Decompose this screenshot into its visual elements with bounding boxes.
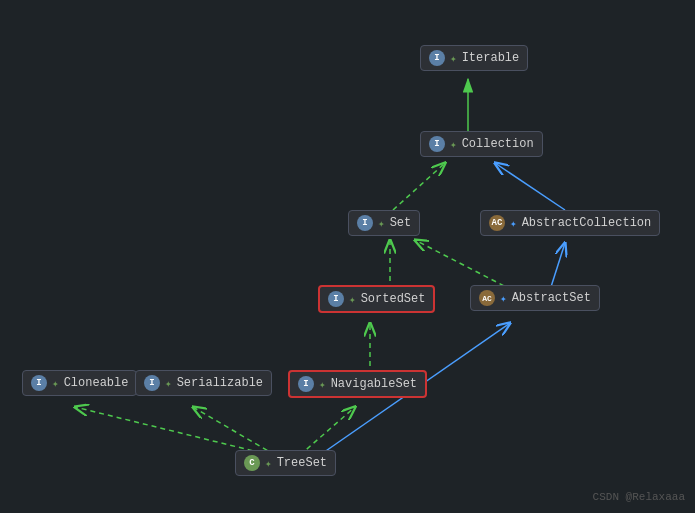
node-cloneable: I ✦ Cloneable [22, 370, 137, 396]
svg-line-10 [193, 407, 275, 455]
svg-line-6 [550, 243, 565, 290]
label-cloneable: Cloneable [64, 376, 129, 390]
svg-line-11 [300, 407, 355, 455]
label-serializable: Serializable [177, 376, 263, 390]
label-iterable: Iterable [462, 51, 520, 65]
icon-class-treeset: C [244, 455, 260, 471]
label-collection: Collection [462, 137, 534, 151]
node-serializable: I ✦ Serializable [135, 370, 272, 396]
icon-interface-navigableset: I [298, 376, 314, 392]
node-sortedset: I ✦ SortedSet [318, 285, 435, 313]
node-abstractset: AC ✦ AbstractSet [470, 285, 600, 311]
svg-line-4 [495, 163, 565, 210]
arrows-svg [0, 0, 695, 513]
icon-interface-sortedset: I [328, 291, 344, 307]
node-iterable: I ✦ Iterable [420, 45, 528, 71]
label-abstractset: AbstractSet [512, 291, 591, 305]
node-treeset: C ✦ TreeSet [235, 450, 336, 476]
watermark: CSDN @Relaxaaa [593, 491, 685, 503]
node-collection: I ✦ Collection [420, 131, 543, 157]
label-treeset: TreeSet [277, 456, 327, 470]
icon-interface-iterable: I [429, 50, 445, 66]
svg-line-3 [393, 163, 445, 210]
label-abstractcollection: AbstractCollection [522, 216, 652, 230]
icon-interface-serializable: I [144, 375, 160, 391]
node-navigableset: I ✦ NavigableSet [288, 370, 427, 398]
icon-interface-set: I [357, 215, 373, 231]
label-navigableset: NavigableSet [331, 377, 417, 391]
label-sortedset: SortedSet [361, 292, 426, 306]
svg-line-9 [75, 407, 270, 455]
diagram-container: I ✦ Iterable I ✦ Collection I ✦ Set AC ✦… [0, 0, 695, 513]
svg-line-7 [415, 240, 512, 290]
icon-interface-cloneable: I [31, 375, 47, 391]
icon-abstract-abstractcollection: AC [489, 215, 505, 231]
icon-interface-collection: I [429, 136, 445, 152]
icon-abstract-abstractset: AC [479, 290, 495, 306]
node-abstractcollection: AC ✦ AbstractCollection [480, 210, 660, 236]
node-set: I ✦ Set [348, 210, 420, 236]
label-set: Set [390, 216, 412, 230]
